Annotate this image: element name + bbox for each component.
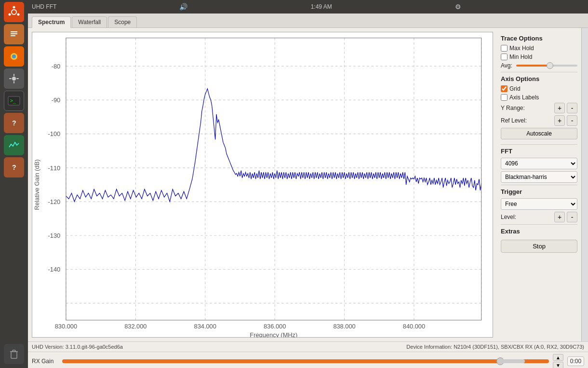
divider-2: [501, 144, 577, 145]
svg-text:-100: -100: [48, 130, 61, 137]
max-hold-label: Max Hold: [509, 45, 534, 52]
sidebar-icon-firefox[interactable]: [4, 46, 24, 67]
autoscale-button[interactable]: Autoscale: [501, 128, 577, 139]
sidebar-icon-help[interactable]: ?: [4, 113, 24, 133]
svg-text:-130: -130: [48, 232, 61, 239]
max-hold-row: Max Hold: [501, 45, 577, 52]
svg-text:838.000: 838.000: [333, 323, 355, 330]
svg-text:?: ?: [12, 164, 16, 171]
tab-scope[interactable]: Scope: [108, 16, 137, 27]
sidebar-icon-ubuntu[interactable]: [4, 2, 24, 22]
y-range-label: Y Range:: [501, 105, 552, 111]
y-range-plus-button[interactable]: +: [554, 103, 565, 113]
fft-title: FFT: [501, 148, 577, 155]
svg-rect-7: [11, 33, 17, 34]
svg-rect-8: [11, 35, 15, 36]
svg-rect-17: [16, 78, 19, 79]
avg-row: Avg:: [501, 62, 577, 69]
sidebar: >_ ? ?: [0, 0, 28, 368]
stop-button[interactable]: Stop: [501, 240, 577, 253]
avg-slider[interactable]: [516, 65, 577, 67]
chart-wrap[interactable]: -80 -90 -100 -110 -120 -130 -140 830.000…: [32, 32, 493, 338]
svg-rect-16: [9, 78, 12, 79]
min-hold-checkbox[interactable]: [501, 54, 508, 60]
sidebar-icon-files[interactable]: [4, 24, 24, 44]
divider-1: [501, 72, 577, 72]
rx-gain-up-button[interactable]: ▲: [553, 354, 563, 361]
sidebar-icon-trash[interactable]: [4, 344, 24, 364]
titlebar: UHD FFT 🔊 1:49 AM ⚙: [28, 0, 588, 14]
svg-text:830.000: 830.000: [55, 323, 77, 330]
ref-level-row: Ref Level: + -: [501, 115, 577, 126]
svg-text:-140: -140: [48, 266, 61, 273]
right-panel: Trace Options Max Hold Min Hold Avg: Axi…: [497, 28, 581, 341]
sidebar-icon-monitor[interactable]: [4, 135, 24, 155]
axis-labels-label: Axis Labels: [509, 94, 539, 101]
device-info: Device Information: N210r4 (30DF151), SB…: [406, 344, 584, 350]
y-range-row: Y Range: + -: [501, 103, 577, 113]
window-title: UHD FFT: [32, 3, 56, 10]
y-range-minus-button[interactable]: -: [567, 103, 577, 113]
plot-panel: -80 -90 -100 -110 -120 -130 -140 830.000…: [28, 28, 588, 341]
svg-text:-110: -110: [48, 164, 61, 171]
sidebar-icon-help2[interactable]: ?: [4, 157, 24, 177]
right-scrollbar[interactable]: [581, 28, 588, 341]
max-hold-checkbox[interactable]: [501, 45, 508, 52]
min-hold-label: Min Hold: [509, 54, 532, 60]
rx-gain-down-button[interactable]: ▼: [553, 362, 563, 368]
min-hold-row: Min Hold: [501, 54, 577, 60]
trigger-mode-select[interactable]: FreeAutoNormal: [501, 198, 577, 210]
svg-text:836.000: 836.000: [264, 323, 286, 330]
svg-rect-14: [13, 74, 14, 76]
axis-labels-checkbox[interactable]: [501, 94, 508, 101]
avg-label: Avg:: [501, 62, 514, 69]
fft-window-select[interactable]: Blackman-harrisHammingHannRectangularFla…: [501, 171, 577, 183]
sidebar-icon-terminal[interactable]: >_: [4, 91, 24, 111]
rx-gain-value: 0:00: [567, 356, 584, 366]
avg-thumb[interactable]: [547, 62, 553, 69]
divider-4: [501, 224, 577, 225]
svg-text:?: ?: [12, 119, 16, 127]
rx-gain-bar: RX Gain ▲ ▼ 0:00: [28, 352, 588, 368]
chart-container: -80 -90 -100 -110 -120 -130 -140 830.000…: [28, 28, 497, 341]
tab-spectrum[interactable]: Spectrum: [32, 16, 71, 28]
fft-size-select[interactable]: 2565121024204840968192: [501, 158, 577, 169]
content: Spectrum Waterfall Scope: [28, 14, 588, 368]
grid-label: Grid: [509, 85, 521, 92]
svg-rect-15: [13, 81, 14, 83]
fft-window-row: Blackman-harrisHammingHannRectangularFla…: [501, 171, 577, 183]
ref-level-label: Ref Level:: [501, 117, 552, 124]
divider-3: [501, 185, 577, 185]
svg-point-2: [13, 6, 15, 9]
level-row: Level: + -: [501, 212, 577, 222]
sidebar-icon-settings[interactable]: [4, 68, 24, 89]
uhd-version: UHD Version: 3.11.0.git-96-ga0c5ed6a: [32, 344, 123, 350]
fft-size-row: 2565121024204840968192: [501, 158, 577, 169]
rx-gain-thumb[interactable]: [496, 357, 504, 365]
svg-point-11: [12, 55, 16, 58]
settings-icon[interactable]: ⚙: [455, 3, 461, 11]
tabs: Spectrum Waterfall Scope: [28, 14, 588, 28]
axis-labels-row: Axis Labels: [501, 94, 577, 101]
svg-text:832.000: 832.000: [124, 323, 147, 330]
sound-icon: 🔊: [179, 3, 187, 11]
svg-text:Frequency (MHz): Frequency (MHz): [250, 331, 297, 337]
level-minus-button[interactable]: -: [567, 212, 577, 222]
svg-text:834.000: 834.000: [194, 323, 216, 330]
rx-gain-slider[interactable]: [62, 359, 549, 363]
ref-level-plus-button[interactable]: +: [554, 115, 565, 126]
info-bar: UHD Version: 3.11.0.git-96-ga0c5ed6a Dev…: [28, 341, 588, 352]
rx-gain-label: RX Gain: [32, 358, 58, 365]
level-label: Level:: [501, 214, 552, 220]
extras-title: Extras: [501, 228, 577, 235]
grid-checkbox[interactable]: [501, 85, 508, 92]
svg-text:840.000: 840.000: [403, 323, 425, 330]
level-plus-button[interactable]: +: [554, 212, 565, 222]
ref-level-minus-button[interactable]: -: [567, 115, 577, 126]
grid-row: Grid: [501, 85, 577, 92]
trigger-mode-row: FreeAutoNormal: [501, 198, 577, 210]
spectrum-svg: -80 -90 -100 -110 -120 -130 -140 830.000…: [32, 32, 493, 337]
svg-rect-25: [11, 352, 17, 358]
trigger-title: Trigger: [501, 188, 577, 195]
tab-waterfall[interactable]: Waterfall: [72, 16, 107, 27]
